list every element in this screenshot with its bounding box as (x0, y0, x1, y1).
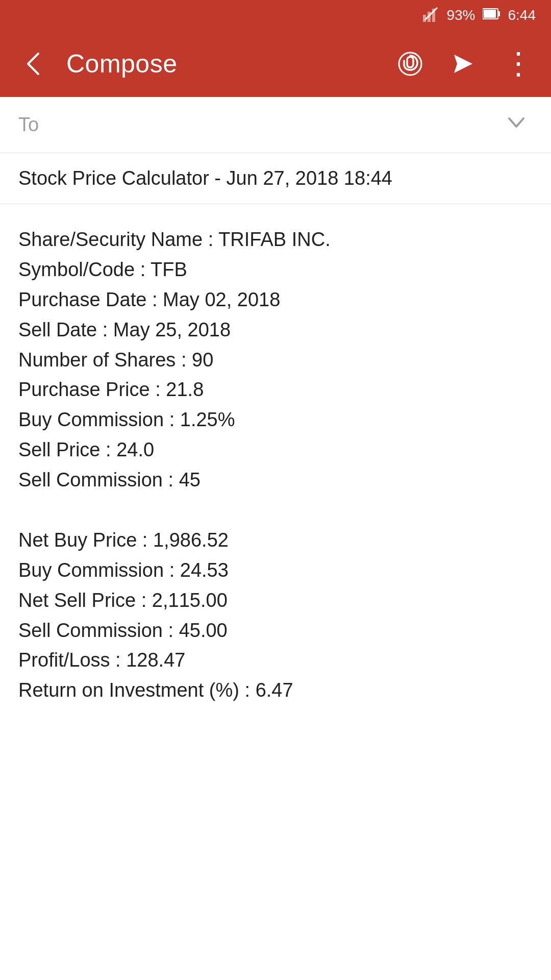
subject-input[interactable] (18, 167, 533, 189)
send-button[interactable] (446, 46, 481, 81)
status-bar: 93% 6:44 (0, 0, 551, 31)
more-options-button[interactable]: ⋮ (499, 52, 536, 76)
expand-recipients-button[interactable] (500, 106, 533, 144)
attach-button[interactable] (393, 46, 428, 81)
svg-rect-2 (428, 12, 431, 22)
to-label: To (18, 114, 62, 136)
svg-rect-3 (432, 9, 435, 22)
subject-field-row (0, 153, 551, 204)
battery-percent: 93% (446, 7, 475, 23)
svg-rect-5 (498, 11, 500, 16)
app-bar-actions: ⋮ (393, 46, 536, 81)
email-body-area[interactable]: Share/Security Name : TRIFAB INC. Symbol… (0, 204, 551, 726)
app-bar-title: Compose (66, 49, 378, 79)
compose-body: To Share/Security Name : TRIFAB INC. Sym… (0, 97, 551, 726)
svg-rect-1 (423, 15, 426, 22)
battery-icon (483, 7, 501, 24)
back-button[interactable] (15, 46, 51, 82)
email-body-text: Share/Security Name : TRIFAB INC. Symbol… (18, 225, 533, 705)
svg-rect-6 (484, 10, 496, 18)
status-icons: 93% 6:44 (423, 6, 536, 26)
to-field-row: To (0, 97, 551, 153)
svg-marker-8 (454, 55, 472, 73)
to-input[interactable] (62, 114, 500, 136)
app-bar: Compose ⋮ (0, 31, 551, 97)
signal-icon (423, 6, 439, 26)
svg-line-0 (425, 8, 437, 20)
time-display: 6:44 (508, 7, 536, 23)
